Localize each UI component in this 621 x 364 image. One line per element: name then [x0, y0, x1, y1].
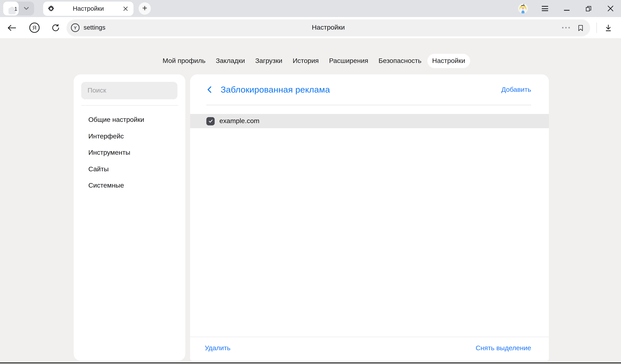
blocked-site-row[interactable]: example.com — [190, 114, 549, 128]
url-field[interactable]: Y settings Настройки — [67, 19, 590, 36]
yandex-ya-glyph: Я — [33, 25, 36, 31]
sidebar-item-sites[interactable]: Сайты — [74, 161, 185, 177]
gear-icon — [48, 5, 55, 12]
back-chevron-button[interactable] — [207, 85, 215, 94]
panel-header: Заблокированная реклама Добавить — [190, 74, 549, 105]
tab-strip: 1 Настройки + — [0, 0, 621, 17]
blocked-ads-panel: Заблокированная реклама Добавить example… — [190, 74, 549, 361]
download-button[interactable] — [604, 24, 612, 32]
yandex-logo-button[interactable]: Я — [29, 22, 40, 33]
nav-tab-profile[interactable]: Мой профиль — [163, 54, 206, 68]
header-divider — [206, 105, 531, 105]
chevron-down-icon — [24, 7, 29, 10]
panel-footer: Удалить Снять выделение — [205, 344, 531, 352]
tab-group-count-button[interactable]: 1 — [3, 1, 18, 15]
omnibox-page-title: Настройки — [67, 24, 590, 32]
back-button[interactable] — [7, 24, 16, 31]
plus-icon: + — [142, 4, 147, 12]
delete-button[interactable]: Удалить — [205, 344, 231, 352]
settings-nav-tabs: Мой профиль Закладки Загрузки История Ра… — [0, 54, 621, 68]
bookmark-icon — [577, 24, 584, 31]
bookmark-button[interactable] — [577, 24, 584, 31]
ellipsis-menu-icon[interactable] — [562, 27, 570, 29]
browser-window: 1 Настройки + — [0, 0, 621, 364]
search-input[interactable] — [81, 82, 177, 99]
close-icon — [123, 6, 128, 11]
row-checkbox[interactable] — [206, 117, 215, 125]
tab-group-widget[interactable]: 1 — [3, 1, 34, 15]
restore-icon — [586, 6, 591, 11]
nav-tab-downloads[interactable]: Загрузки — [255, 54, 282, 68]
new-tab-button[interactable]: + — [139, 2, 151, 15]
window-close-button[interactable] — [606, 4, 615, 13]
tab-title: Настройки — [55, 5, 122, 12]
sidebar-list: Общие настройки Интерфейс Инструменты Са… — [74, 106, 185, 194]
sidebar-item-tools[interactable]: Инструменты — [74, 144, 185, 161]
tab-close-button[interactable] — [122, 5, 129, 12]
page-title: Заблокированная реклама — [221, 84, 330, 95]
menu-button[interactable] — [540, 4, 550, 13]
settings-page: Мой профиль Закладки Загрузки История Ра… — [0, 39, 621, 363]
window-bottom-shadow — [0, 363, 621, 364]
url-text: settings — [84, 24, 105, 31]
sidebar-item-system[interactable]: Системные — [74, 177, 185, 194]
nav-tab-security[interactable]: Безопасность — [379, 54, 421, 68]
close-icon — [607, 6, 613, 12]
scale-wrapper: 1 Настройки + — [0, 0, 621, 364]
footer-divider — [190, 337, 549, 337]
add-button[interactable]: Добавить — [501, 86, 531, 94]
sidebar-item-interface[interactable]: Интерфейс — [74, 128, 185, 144]
settings-sidebar: Общие настройки Интерфейс Инструменты Са… — [74, 74, 185, 361]
toolbar-divider — [596, 22, 597, 33]
protect-icon[interactable]: Y — [71, 23, 80, 32]
profile-avatar[interactable] — [518, 3, 528, 14]
tab-group-count: 1 — [14, 5, 17, 12]
reload-icon — [52, 24, 60, 32]
nav-tab-history[interactable]: История — [293, 54, 319, 68]
download-icon — [604, 24, 612, 32]
chevron-left-icon — [207, 86, 211, 93]
reload-button[interactable] — [52, 24, 60, 32]
sidebar-item-general[interactable]: Общие настройки — [74, 112, 185, 128]
restore-button[interactable] — [584, 4, 593, 13]
minimize-button[interactable] — [562, 4, 571, 13]
window-controls — [518, 3, 621, 14]
nav-tab-extensions[interactable]: Расширения — [329, 54, 368, 68]
address-bar: Я Y settings Настройки — [0, 17, 621, 39]
back-arrow-icon — [7, 24, 16, 31]
tab-group-chevron-button[interactable] — [19, 1, 34, 15]
deselect-button[interactable]: Снять выделение — [476, 344, 531, 352]
site-domain-label: example.com — [219, 117, 259, 125]
browser-tab-settings[interactable]: Настройки — [43, 1, 134, 16]
nav-tab-bookmarks[interactable]: Закладки — [216, 54, 245, 68]
nav-tab-settings[interactable]: Настройки — [427, 54, 470, 68]
checkmark-icon — [208, 118, 213, 124]
